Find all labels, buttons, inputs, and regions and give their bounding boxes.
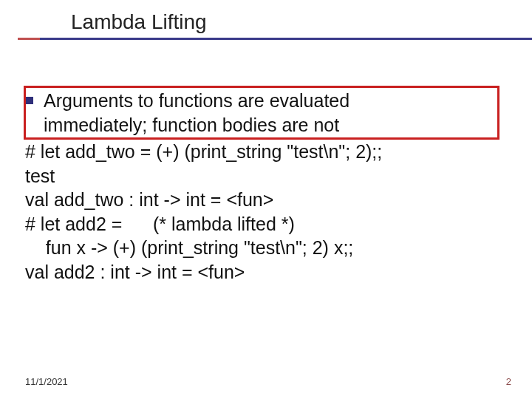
accent-bar [18, 38, 40, 40]
square-bullet-icon [26, 97, 33, 104]
header-underline [0, 38, 532, 40]
slide-title: Lambda Lifting [0, 10, 532, 34]
slide-footer: 11/1/2021 2 [25, 376, 511, 387]
code-line-6: val add2 : int -> int = <fun> [25, 260, 519, 284]
footer-date: 11/1/2021 [25, 376, 68, 387]
slide-body: Arguments to functions are evaluated imm… [0, 40, 532, 284]
code-line-5: fun x -> (+) (print_string "test\n"; 2) … [25, 236, 519, 260]
bullet-item: Arguments to functions are evaluated imm… [26, 89, 494, 137]
code-line-4: # let add2 = (* lambda lifted *) [25, 212, 519, 236]
highlight-box: Arguments to functions are evaluated imm… [24, 86, 499, 140]
slide-header: Lambda Lifting [0, 0, 532, 40]
bullet-text: Arguments to functions are evaluated imm… [44, 89, 494, 137]
page-number: 2 [506, 376, 511, 387]
code-line-2: test [25, 164, 519, 188]
code-line-1: # let add_two = (+) (print_string "test\… [25, 140, 519, 164]
code-line-3: val add_two : int -> int = <fun> [25, 188, 519, 212]
bullet-line-1: Arguments to functions are evaluated [44, 89, 494, 113]
bullet-line-2: immediately; function bodies are not [44, 113, 494, 137]
main-bar [40, 38, 532, 40]
